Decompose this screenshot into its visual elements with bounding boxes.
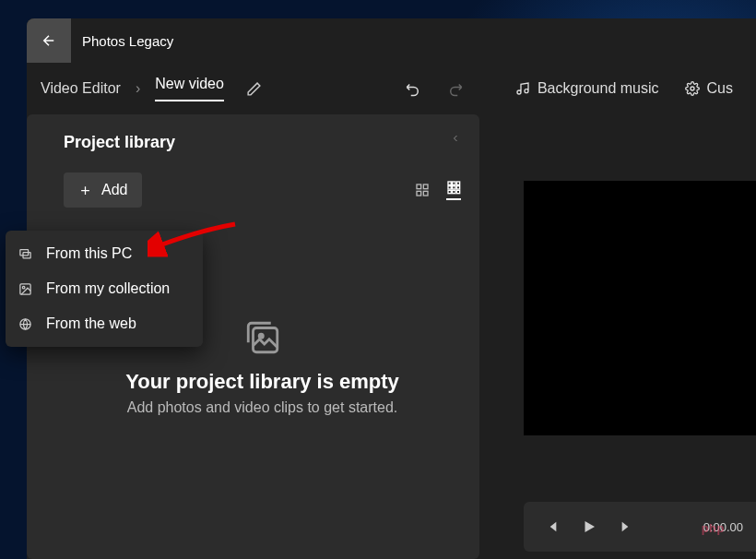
svg-rect-2 [423, 184, 428, 189]
custom-audio-button[interactable]: Cus [676, 75, 742, 102]
watermark: php [702, 521, 725, 535]
menu-item-from-collection[interactable]: From my collection [6, 271, 203, 306]
svg-rect-5 [448, 182, 451, 184]
svg-rect-3 [417, 191, 421, 196]
web-icon [18, 317, 33, 331]
menu-item-label: From my collection [46, 280, 170, 297]
plus-icon [78, 184, 92, 197]
svg-rect-6 [453, 182, 455, 184]
svg-point-0 [691, 87, 694, 90]
add-button[interactable]: Add [64, 172, 142, 208]
svg-point-15 [259, 334, 263, 338]
view-small-grid-button[interactable] [446, 180, 461, 200]
svg-rect-4 [423, 191, 428, 196]
undo-button[interactable] [396, 75, 431, 102]
menu-item-label: From this PC [46, 245, 132, 262]
skip-forward-icon [620, 519, 634, 534]
play-button[interactable] [581, 518, 597, 535]
svg-rect-14 [253, 328, 277, 352]
panel-title: Project library [64, 133, 461, 152]
sliders-icon [685, 81, 700, 96]
title-bar: Photos Legacy [27, 18, 756, 63]
grid-large-icon [415, 183, 430, 197]
breadcrumb-current[interactable]: New video [155, 76, 224, 101]
redo-icon [447, 80, 464, 97]
svg-rect-7 [456, 182, 459, 184]
background-music-label: Background music [537, 80, 659, 97]
collection-icon [18, 282, 33, 296]
view-large-grid-button[interactable] [415, 183, 430, 197]
pencil-icon [246, 81, 262, 97]
chevron-left-icon [450, 133, 461, 144]
collapse-button[interactable] [450, 133, 461, 144]
empty-title: Your project library is empty [64, 370, 461, 394]
prev-frame-button[interactable] [544, 519, 559, 534]
undo-icon [405, 80, 421, 97]
app-title: Photos Legacy [82, 33, 173, 49]
svg-rect-10 [456, 186, 459, 189]
svg-rect-9 [453, 186, 455, 189]
play-icon [581, 518, 597, 535]
next-frame-button[interactable] [620, 519, 634, 534]
svg-rect-12 [453, 190, 455, 193]
menu-item-from-web[interactable]: From the web [6, 306, 203, 341]
toolbar: Video Editor › New video Background musi… [27, 63, 756, 114]
pc-icon [18, 247, 33, 261]
menu-item-from-pc[interactable]: From this PC [6, 236, 203, 271]
add-button-label: Add [101, 182, 127, 198]
empty-subtitle: Add photos and video clips to get starte… [64, 399, 461, 416]
video-preview [524, 181, 756, 435]
custom-audio-label: Cus [707, 80, 733, 97]
add-source-menu: From this PC From my collection From the… [6, 231, 203, 347]
menu-item-label: From the web [46, 315, 136, 332]
svg-rect-13 [456, 190, 459, 193]
chevron-right-icon: › [136, 80, 140, 97]
svg-rect-8 [448, 186, 451, 189]
music-icon [515, 81, 530, 96]
breadcrumb-root[interactable]: Video Editor [41, 80, 121, 97]
skip-back-icon [544, 519, 559, 534]
svg-point-19 [22, 286, 25, 289]
background-music-button[interactable]: Background music [506, 75, 668, 102]
grid-small-icon [446, 180, 461, 195]
svg-rect-1 [417, 184, 421, 189]
back-button[interactable] [27, 18, 71, 63]
edit-name-button[interactable] [246, 81, 262, 97]
player-controls: 0:00.00 php [524, 502, 756, 552]
svg-rect-11 [448, 190, 451, 193]
redo-button[interactable] [438, 75, 473, 102]
arrow-left-icon [41, 32, 57, 49]
